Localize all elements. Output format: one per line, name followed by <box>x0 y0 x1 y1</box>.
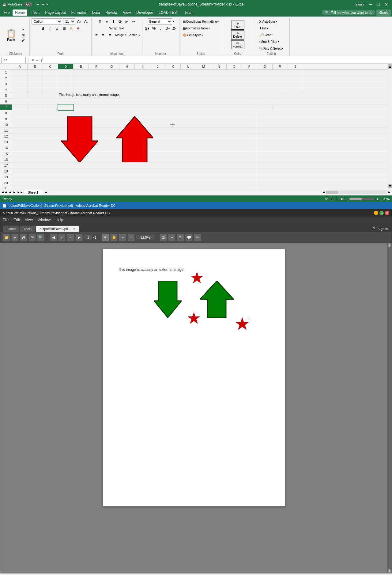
insert-button[interactable]: ⊕ Insert <box>231 21 244 30</box>
scroll-right-button[interactable]: ► <box>388 191 391 194</box>
acrobat-tab-home[interactable]: Home <box>3 225 20 232</box>
cell-E4-rest[interactable] <box>74 87 303 93</box>
acrobat-help-icon[interactable]: ? <box>372 225 376 232</box>
row-12-header[interactable]: 12 <box>0 134 12 139</box>
copy-button[interactable]: ⧉ <box>19 32 28 37</box>
row-5-header[interactable]: 5 <box>0 93 12 98</box>
row-18-header[interactable]: 18 <box>0 168 12 174</box>
sort-filter-button[interactable]: ↕ Sort & Filter ▾ <box>258 39 281 45</box>
cell-row6[interactable] <box>12 99 257 104</box>
decimal-decrease-button[interactable]: .0- <box>171 25 177 31</box>
delete-button[interactable]: ⊖ Delete <box>231 30 244 40</box>
italic-button[interactable]: I <box>47 25 53 31</box>
menu-developer[interactable]: Developer <box>134 9 156 16</box>
find-dropdown[interactable]: ▾ <box>282 47 283 50</box>
acrobat-next-page-button[interactable]: ▶ <box>75 234 83 241</box>
format-table-dropdown[interactable]: ▾ <box>209 27 210 30</box>
cell-A4[interactable] <box>12 87 28 93</box>
fill-button[interactable]: ⬇ Fill ▾ <box>258 25 270 31</box>
row-7-header[interactable]: 7 <box>0 104 12 110</box>
acrobat-pointer-tool-button[interactable]: ↖ <box>102 234 109 241</box>
row-6-header[interactable]: 6 <box>0 99 12 104</box>
acrobat-menu-file[interactable]: File <box>3 218 9 222</box>
decrease-font-button[interactable]: A↓ <box>83 18 89 25</box>
menu-file[interactable]: File <box>1 9 12 16</box>
acrobat-search-button[interactable]: 🔍 <box>37 234 44 241</box>
scroll-up-button[interactable]: ▲ <box>388 64 392 69</box>
tell-me-input[interactable]: 🔍 Tell me what you want to do <box>322 10 375 15</box>
col-Q[interactable]: Q <box>257 64 273 69</box>
cell-A1[interactable] <box>12 70 28 75</box>
menu-formulas[interactable]: Formulas <box>69 9 89 16</box>
clear-button[interactable]: 🧹 Clear ▾ <box>258 32 274 38</box>
row-1-header[interactable]: 1 <box>0 70 12 75</box>
text-direction-button[interactable]: ⟳ <box>117 18 123 25</box>
font-size-select[interactable]: 11 <box>63 18 75 25</box>
acrobat-open-button[interactable]: 📂 <box>3 234 10 241</box>
autosave-toggle[interactable]: Off <box>24 2 32 6</box>
format-as-table-button[interactable]: ▦ Format as Table ▾ <box>181 25 212 31</box>
indent-decrease-button[interactable]: ⇤ <box>124 18 130 25</box>
cell-row17[interactable] <box>12 163 257 168</box>
row-20-header[interactable]: 20 <box>0 180 12 186</box>
acrobat-pen-button[interactable]: ✏ <box>194 234 201 241</box>
increase-font-button[interactable]: A↑ <box>76 18 82 25</box>
col-J[interactable]: J <box>150 64 165 69</box>
acrobat-menu-window[interactable]: Window <box>38 218 51 222</box>
formula-input[interactable] <box>45 57 391 63</box>
comma-button[interactable]: , <box>158 25 164 31</box>
vertical-scrollbar[interactable]: ▲ ▼ <box>388 64 392 189</box>
acrobat-next-view-button[interactable]: › <box>67 234 74 241</box>
cell-E3-rest[interactable] <box>74 81 303 87</box>
col-O[interactable]: O <box>227 64 242 69</box>
acrobat-scroll-down-button[interactable]: ▼ <box>388 569 391 573</box>
cell-E1-rest[interactable] <box>74 70 303 75</box>
cell-D2[interactable] <box>58 75 74 81</box>
acrobat-minimize-button[interactable]: ─ <box>374 211 378 215</box>
align-right-button[interactable]: ≡ <box>107 32 113 38</box>
undo-icon[interactable]: ↩ <box>36 2 40 6</box>
number-format-select[interactable]: General <box>148 18 172 25</box>
autosum-button[interactable]: Σ AutoSum ▾ <box>258 18 278 25</box>
paste-button[interactable]: 📋 Paste <box>4 28 18 42</box>
align-top-button[interactable]: ⬆ <box>97 18 103 25</box>
merge-center-button[interactable]: Merge & Center <box>114 32 138 38</box>
menu-team[interactable]: Team <box>182 9 196 16</box>
zoom-slider[interactable] <box>349 198 374 200</box>
restore-icon[interactable]: □ <box>376 2 381 7</box>
fill-dropdown[interactable]: ▾ <box>267 27 268 30</box>
sort-dropdown[interactable]: ▾ <box>278 40 279 43</box>
name-box[interactable] <box>1 57 26 63</box>
cell-D5[interactable]: This image is actually an external image… <box>58 93 119 98</box>
row-16-header[interactable]: 16 <box>0 157 12 162</box>
fill-color-button[interactable]: A <box>68 25 74 31</box>
cell-A5[interactable] <box>12 93 28 98</box>
font-name-select[interactable]: Calibri <box>32 18 62 25</box>
col-P[interactable]: P <box>242 64 257 69</box>
sheet-last-button[interactable]: ►► <box>17 191 23 194</box>
col-K[interactable]: K <box>165 64 181 69</box>
acrobat-print-button[interactable]: 🖨 <box>20 234 27 241</box>
col-B[interactable]: B <box>28 64 43 69</box>
zoom-out-button[interactable]: - <box>346 197 347 201</box>
minimize-icon[interactable]: ─ <box>368 2 374 7</box>
cell-row19[interactable] <box>12 174 257 180</box>
cell-styles-button[interactable]: 🎨 Cell Styles ▾ <box>181 32 205 38</box>
wrap-text-button[interactable]: Wrap Text <box>108 25 126 31</box>
cell-C2[interactable] <box>43 75 58 81</box>
row-11-header[interactable]: 11 <box>0 128 12 133</box>
find-select-button[interactable]: 🔍 Find & Select ▾ <box>258 45 285 51</box>
format-button[interactable]: ⚙ Format <box>231 40 244 49</box>
align-left-button[interactable]: ≡ <box>93 32 100 38</box>
acrobat-tab-file[interactable]: outputPdfSaveOpti... × <box>36 225 79 232</box>
cell-B4[interactable] <box>28 87 43 93</box>
acrobat-email-button[interactable]: ✉ <box>28 234 36 241</box>
acrobat-close-button[interactable]: ✕ <box>385 211 389 215</box>
row-13-header[interactable]: 13 <box>0 139 12 145</box>
sheet-first-button[interactable]: ◄◄ <box>1 191 7 194</box>
format-painter-button[interactable]: 🖌 <box>19 38 28 43</box>
acrobat-rotate-button[interactable]: ⟳ <box>177 234 184 241</box>
acrobat-zoom-in-button[interactable]: + <box>127 234 135 241</box>
menu-insert[interactable]: Insert <box>28 9 42 16</box>
cell-A2[interactable] <box>12 75 28 81</box>
